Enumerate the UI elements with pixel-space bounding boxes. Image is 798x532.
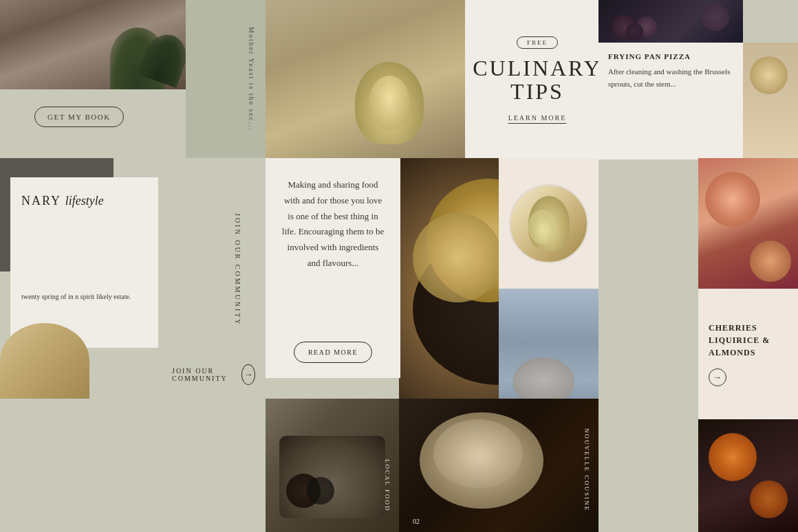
join-vertical-text: JOIN OUR COMMUNITY (234, 213, 241, 326)
nary-lifestyle-heading: NARY lifestyle (21, 188, 147, 208)
bottom-pear-image (0, 323, 89, 399)
learn-more-link[interactable]: LEARN MORE (508, 114, 567, 122)
free-badge: FREE (517, 36, 558, 49)
number-label: 02 (413, 518, 420, 525)
culinary-title: CULINARY TIPS (473, 57, 602, 103)
get-book-button[interactable]: GET MY BOOK (34, 107, 124, 127)
frying-pan-article: FRYING PAN PIZZA After cleaning and wash… (598, 43, 743, 159)
top-right-food-photo (598, 0, 743, 43)
bottom-local-food-photo: LOCAL FOOD (266, 399, 399, 532)
side-food-photo (743, 43, 798, 159)
white-card-stack: NARY lifestyle twenty spring of in n spi… (10, 177, 158, 348)
pear-circle-image (509, 184, 588, 263)
flower-photo-card (698, 158, 798, 289)
nouvelle-cousine-label: NOUVELLE COUSINE (583, 428, 590, 511)
vertical-text-cell: Mother Yeast is the sec... (186, 0, 266, 158)
join-community-cell: JOIN OUR COMMUNITY JOIN OUR COMMUNITY → (158, 158, 266, 399)
citrus-photo-card (698, 419, 798, 532)
read-more-button[interactable]: READ MORE (294, 342, 372, 363)
center-quote-text: Making and sharing food with and for tho… (281, 177, 385, 271)
bottom-nouvelle-photo: NOUVELLE COUSINE 02 (399, 399, 598, 532)
center-quote-card: Making and sharing food with and for tho… (266, 158, 400, 378)
top-left-photo (0, 0, 186, 89)
frying-pan-title: FRYING PAN PIZZA (608, 52, 733, 60)
cherries-recipe-name: CHERRIES LIQUIRICE & ALMONDS (709, 322, 788, 359)
cherries-recipe-card: CHERRIES LIQUIRICE & ALMONDS → (698, 289, 798, 419)
pear-photo (266, 0, 465, 158)
local-food-label: LOCAL FOOD (384, 459, 391, 511)
frying-pan-body: After cleaning and washing the Brussels … (608, 66, 733, 90)
join-arrow-circle[interactable]: → (241, 364, 255, 385)
estate-text: twenty spring of in n spirit likely esta… (21, 291, 147, 302)
culinary-tips-card: FREE CULINARY TIPS LEARN MORE (465, 0, 610, 158)
join-community-row[interactable]: JOIN OUR COMMUNITY → (172, 364, 255, 385)
cherries-arrow-button[interactable]: → (709, 368, 726, 386)
join-community-label: JOIN OUR COMMUNITY (172, 367, 235, 382)
mother-yeast-text: Mother Yeast is the sec... (248, 27, 255, 131)
circle-pear-card (499, 158, 598, 289)
